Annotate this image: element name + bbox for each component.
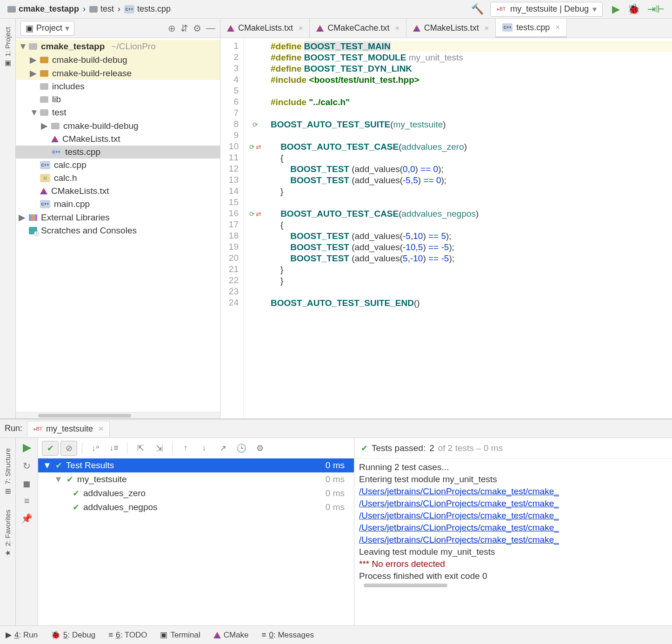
messages-icon: ≡ <box>262 631 266 640</box>
console-line: Entering test module my_unit_tests <box>359 473 667 485</box>
breadcrumb-file[interactable]: C++tests.cpp <box>120 3 174 15</box>
pin-button[interactable]: 📌 <box>21 513 33 524</box>
next-button[interactable]: ↓ <box>196 441 213 456</box>
tree-folder[interactable]: ▶cmake-build-debug <box>16 53 220 66</box>
rail-structure[interactable]: ⊞7: Structure <box>2 443 13 501</box>
sort-duration-button[interactable]: ↓≡ <box>106 441 122 456</box>
tree-folder[interactable]: ▼test <box>16 106 220 119</box>
collapse-all-button[interactable]: ⇲ <box>151 441 167 456</box>
profile-button[interactable]: ⇥⊩ <box>647 3 665 15</box>
tree-folder[interactable]: includes <box>16 80 220 93</box>
build-button[interactable]: 🔨 <box>471 3 484 15</box>
run-config-selector[interactable]: ▸BT my_testsuite | Debug ▾ <box>490 2 603 17</box>
project-view-selector[interactable]: ▣Project▾ <box>20 21 74 36</box>
close-icon[interactable]: × <box>299 24 303 33</box>
cpp-icon: C++ <box>124 5 134 13</box>
run-button[interactable]: ▶ <box>612 3 620 15</box>
cmake-icon <box>316 25 324 32</box>
show-passed-toggle[interactable]: ✔ <box>42 441 59 456</box>
stop-button[interactable]: ◼ <box>23 478 31 489</box>
project-panel: ▣Project▾ ⊕ ⇵ ⚙ — ▼cmake_testapp~/CLionP… <box>16 19 220 418</box>
tree-file[interactable]: C++main.cpp <box>16 198 220 211</box>
test-suite[interactable]: ▼✔my_testsuite0 ms <box>38 472 354 486</box>
run-panel: Run: ▸BTmy_testsuite× ⊞7: Structure ★2: … <box>0 418 672 625</box>
gutter-line-numbers: 123456789101112131415161718192021222324 <box>220 38 244 418</box>
tree-ext-lib[interactable]: ▶External Libraries <box>16 211 220 224</box>
scratch-icon <box>29 227 37 234</box>
test-console-pane: ✔ Tests passed: 2 of 2 tests – 0 ms Runn… <box>354 438 672 625</box>
breadcrumb-root[interactable]: cmake_testapp <box>4 3 83 15</box>
console-link[interactable]: /Users/jetbrains/CLionProjects/cmake_tes… <box>359 498 667 510</box>
tab[interactable]: CMakeLists.txt× <box>220 19 310 38</box>
console-line: Running 2 test cases... <box>359 461 667 473</box>
scrollbar[interactable] <box>16 412 220 418</box>
tree-root[interactable]: ▼cmake_testapp~/CLionPro <box>16 40 220 53</box>
folder-icon <box>40 83 48 90</box>
folder-icon <box>40 70 48 77</box>
project-tree[interactable]: ▼cmake_testapp~/CLionPro ▶cmake-build-de… <box>16 38 220 412</box>
test-tree[interactable]: ▼✔Test Results0 ms ▼✔my_testsuite0 ms ✔a… <box>38 458 354 625</box>
console-link[interactable]: /Users/jetbrains/CLionProjects/cmake_tes… <box>359 534 667 546</box>
list-icon: ≡ <box>108 631 113 640</box>
tree-file[interactable]: C++calc.cpp <box>16 159 220 172</box>
tab-active[interactable]: C++tests.cpp× <box>496 19 566 38</box>
settings-icon[interactable]: ⚙ <box>193 23 201 34</box>
export-button[interactable]: ↗ <box>214 441 231 456</box>
rail-project[interactable]: ▣1: Project <box>2 21 13 73</box>
test-case[interactable]: ✔addvalues_zero0 ms <box>38 486 354 500</box>
console-link[interactable]: /Users/jetbrains/CLionProjects/cmake_tes… <box>359 485 667 498</box>
left-tool-rail-lower: ⊞7: Structure ★2: Favorites <box>0 438 16 625</box>
close-icon[interactable]: × <box>395 24 399 33</box>
console-link[interactable]: /Users/jetbrains/CLionProjects/cmake_tes… <box>359 510 667 522</box>
collapse-icon[interactable]: ⇵ <box>180 23 188 34</box>
tab[interactable]: CMakeCache.txt× <box>310 19 406 38</box>
code-area[interactable]: 123456789101112131415161718192021222324 … <box>220 38 672 418</box>
bottom-cmake[interactable]: CMake <box>213 631 249 640</box>
prev-button[interactable]: ↑ <box>177 441 194 456</box>
show-ignored-toggle[interactable]: ⊘ <box>60 441 77 456</box>
scrollbar[interactable] <box>359 584 667 590</box>
project-icon: ▣ <box>26 23 33 33</box>
bottom-terminal[interactable]: ▣Terminal <box>160 630 200 640</box>
bottom-run[interactable]: ▶4: Run <box>6 630 38 640</box>
console-link[interactable]: /Users/jetbrains/CLionProjects/cmake_tes… <box>359 522 667 534</box>
gutter-markers[interactable]: ⟳⟳⇄⟳⇄ <box>244 38 267 418</box>
bottom-messages[interactable]: ≡0: Messages <box>262 631 314 640</box>
test-root[interactable]: ▼✔Test Results0 ms <box>38 458 354 472</box>
rail-favorites[interactable]: ★2: Favorites <box>2 504 13 563</box>
boost-test-icon: ▸BT <box>496 6 506 13</box>
hide-icon[interactable]: — <box>206 23 215 33</box>
project-icon: ▣ <box>4 60 12 66</box>
code-text[interactable]: #define BOOST_TEST_MAIN#define BOOST_TES… <box>267 38 672 418</box>
library-icon <box>29 214 37 221</box>
tree-file-selected[interactable]: C++tests.cpp <box>16 146 220 159</box>
tab[interactable]: CMakeLists.txt× <box>406 19 496 38</box>
console-output[interactable]: Running 2 test cases... Entering test mo… <box>354 458 672 625</box>
locate-icon[interactable]: ⊕ <box>168 23 176 34</box>
tree-file[interactable]: CMakeLists.txt <box>16 185 220 198</box>
tree-file[interactable]: CMakeLists.txt <box>16 133 220 146</box>
tree-folder[interactable]: ▶cmake-build-release <box>16 66 220 80</box>
expand-all-button[interactable]: ⇱ <box>132 441 149 456</box>
debug-button[interactable]: 🐞 <box>627 3 640 15</box>
breadcrumb-folder[interactable]: test <box>86 3 118 15</box>
tree-folder[interactable]: ▶cmake-build-debug <box>16 119 220 133</box>
settings-button[interactable]: ⚙ <box>252 441 268 456</box>
rerun-button[interactable]: ▶ <box>23 441 31 454</box>
history-button[interactable]: 🕒 <box>233 441 250 456</box>
sort-button[interactable]: ↓ᵃ <box>87 441 104 456</box>
bottom-debug[interactable]: 🐞5: Debug <box>51 630 95 640</box>
close-icon[interactable]: × <box>99 424 104 434</box>
close-icon[interactable]: × <box>555 23 559 32</box>
header-icon: H <box>40 174 50 182</box>
bottom-todo[interactable]: ≡6: TODO <box>108 631 147 640</box>
cmake-icon <box>413 25 420 32</box>
close-icon[interactable]: × <box>485 24 489 33</box>
tree-file[interactable]: Hcalc.h <box>16 172 220 185</box>
layout-button[interactable]: ≡ <box>24 496 30 506</box>
run-tab[interactable]: ▸BTmy_testsuite× <box>27 421 110 437</box>
test-case[interactable]: ✔addvalues_negpos0 ms <box>38 500 354 514</box>
tree-folder[interactable]: lib <box>16 93 220 106</box>
tree-scratches[interactable]: Scratches and Consoles <box>16 224 220 237</box>
rerun-failed-button[interactable]: ↻ <box>23 460 31 471</box>
